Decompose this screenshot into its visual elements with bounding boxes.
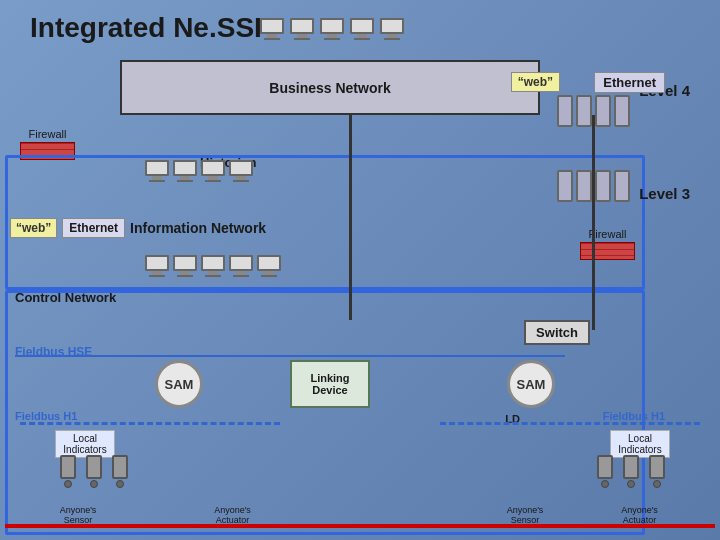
monitor-base [354, 38, 370, 40]
server-tower [595, 170, 611, 202]
control-network-label: Control Network [15, 290, 116, 305]
slide: Integrated Ne.SSI Level 4 [0, 0, 720, 540]
computer-icon [380, 18, 404, 40]
firewall-label: Firewall [29, 128, 67, 140]
fieldbus-h1-right: Fieldbus H1 [603, 410, 665, 422]
devices-left [60, 455, 128, 488]
page-title: Integrated Ne.SSI [30, 12, 262, 44]
historian-computers [145, 160, 253, 182]
firewall-right: Firewall [580, 228, 635, 260]
monitor [201, 255, 225, 271]
anyones-sensor-right: Anyone's Sensor [495, 505, 555, 525]
sensor-device-left [60, 455, 76, 488]
computer-icon [229, 255, 253, 277]
monitor-base [294, 38, 310, 40]
computer-icon [145, 160, 169, 182]
monitor-base [177, 275, 193, 277]
ethernet-badge-info: Ethernet [62, 218, 125, 238]
computer-icon [201, 160, 225, 182]
actuator-device-left2 [112, 455, 128, 488]
device-head [601, 480, 609, 488]
computer-icon [260, 18, 284, 40]
actuator-device-right [623, 455, 639, 488]
sam-right: SAM [507, 360, 555, 408]
server-tower [557, 95, 573, 127]
actuator-device-right2 [649, 455, 665, 488]
monitor [173, 160, 197, 176]
level-3-label: Level 3 [639, 185, 690, 202]
top-computers [260, 18, 404, 40]
linking-device: Linking Device [290, 360, 370, 408]
devices-right [597, 455, 665, 488]
device-body [623, 455, 639, 479]
monitor [173, 255, 197, 271]
device-body [60, 455, 76, 479]
device-body [112, 455, 128, 479]
server-tower [576, 95, 592, 127]
computer-icon [320, 18, 344, 40]
computer-icon [173, 160, 197, 182]
monitor [257, 255, 281, 271]
local-indicators-right: Local Indicators [610, 430, 670, 458]
monitor [229, 160, 253, 176]
web-badge-top: “web” [511, 72, 560, 92]
anyones-actuator-left: Anyone's Actuator [200, 505, 265, 525]
computer-icon [201, 255, 225, 277]
switch-box: Switch [524, 320, 590, 345]
device-head [653, 480, 661, 488]
computer-icon [350, 18, 374, 40]
server-tower [614, 95, 630, 127]
device-body [597, 455, 613, 479]
device-body [649, 455, 665, 479]
center-connection-line [349, 115, 352, 320]
computer-icon [290, 18, 314, 40]
computer-icon [257, 255, 281, 277]
device-head [64, 480, 72, 488]
monitor [350, 18, 374, 34]
firewall-brick [580, 242, 635, 260]
hse-line [15, 355, 565, 357]
actuator-device-left [86, 455, 102, 488]
anyones-sensor-left: Anyone's Sensor [48, 505, 108, 525]
web-badge-info: “web” [10, 218, 57, 238]
monitor-base [149, 180, 165, 182]
info-network-label: Information Network [130, 220, 266, 236]
right-connection-line [592, 115, 595, 330]
server-tower [595, 95, 611, 127]
business-network-label: Business Network [269, 80, 390, 96]
red-bottom-line [5, 524, 715, 528]
linking-device-label: Linking Device [292, 372, 368, 396]
computer-icon [145, 255, 169, 277]
monitor [201, 160, 225, 176]
info-computers [145, 255, 281, 277]
monitor [145, 255, 169, 271]
anyones-actuator-right: Anyone's Actuator [607, 505, 672, 525]
computer-icon [173, 255, 197, 277]
monitor-base [177, 180, 193, 182]
business-network-box: Business Network [120, 60, 540, 115]
device-body [86, 455, 102, 479]
sensor-device-right [597, 455, 613, 488]
monitor-base [149, 275, 165, 277]
server-tower [614, 170, 630, 202]
sam-left: SAM [155, 360, 203, 408]
info-network-row: “web” Ethernet Information Network [10, 218, 266, 238]
computer-icon [229, 160, 253, 182]
monitor-base [384, 38, 400, 40]
monitor [145, 160, 169, 176]
monitor [380, 18, 404, 34]
monitor [260, 18, 284, 34]
ethernet-badge-top: Ethernet [594, 72, 665, 93]
server-tower [576, 170, 592, 202]
fieldbus-h1-line-right [440, 422, 700, 425]
monitor-base [233, 180, 249, 182]
device-head [627, 480, 635, 488]
local-indicators-left: Local Indicators [55, 430, 115, 458]
monitor [229, 255, 253, 271]
device-head [90, 480, 98, 488]
fieldbus-h1-left: Fieldbus H1 [15, 410, 77, 422]
monitor [290, 18, 314, 34]
fieldbus-h1-line-left [20, 422, 280, 425]
monitor-base [233, 275, 249, 277]
monitor-base [324, 38, 340, 40]
